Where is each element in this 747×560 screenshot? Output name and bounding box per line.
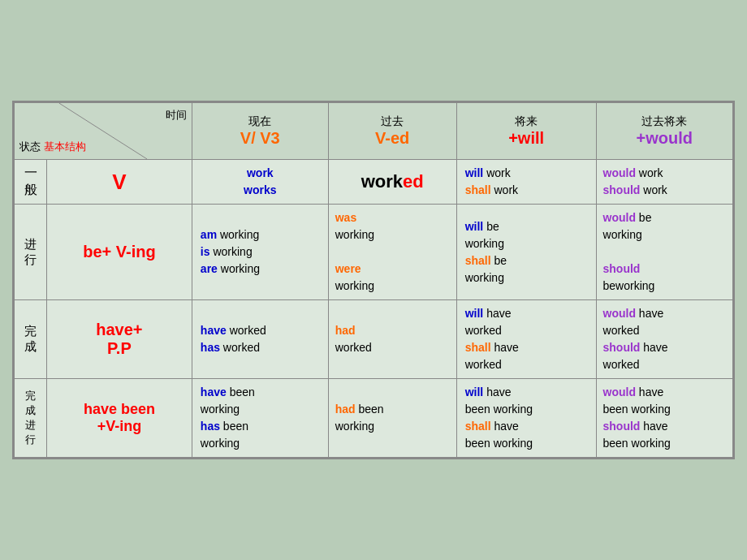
- future-wancheng-will: will: [465, 307, 484, 320]
- future-label: 将来: [464, 114, 589, 129]
- past-jinxing-was: was: [335, 211, 356, 224]
- future-wanjinxing-will: will: [465, 386, 484, 398]
- future-wanjinxing: will have been working shall have been w…: [456, 379, 596, 458]
- pastfuture-wanjinxing-should: should: [603, 420, 641, 433]
- state-wancheng: 完成: [15, 300, 47, 379]
- past-jinxing-working2: working: [335, 279, 374, 292]
- past-wancheng: had worked: [328, 300, 456, 379]
- future-wancheng: will have worked shall have worked: [456, 300, 596, 379]
- future-wanjinxing-shall: shall: [465, 420, 491, 433]
- pastfuture-wancheng-would: would: [603, 307, 636, 320]
- state-label: 状态 基本结构: [19, 140, 86, 154]
- present-wanjinxing-have: have: [201, 386, 227, 398]
- past-yiban-worked: worked: [361, 171, 424, 192]
- past-future-header: 过去将来 +would: [596, 103, 732, 160]
- structure-wanjinxing: have been+V-ing: [47, 379, 192, 458]
- future-yiban-work1: work: [486, 166, 511, 179]
- past-jinxing-working1: working: [335, 228, 374, 241]
- future-yiban-shall: shall: [465, 183, 491, 196]
- pastfuture-yiban-would: would: [603, 166, 636, 179]
- present-yiban: work works: [192, 160, 328, 205]
- pastfuture-yiban: would work should work: [596, 160, 732, 205]
- present-wanjinxing-has: has: [201, 420, 220, 433]
- present-wanjinxing: have been working has been working: [192, 379, 328, 458]
- future-yiban-will: will: [465, 166, 484, 179]
- present-jinxing: am working is working are working: [192, 205, 328, 300]
- future-jinxing-will: will: [465, 220, 484, 233]
- structure-have-label: have+P.P: [54, 321, 185, 358]
- future-formula: +will: [464, 129, 589, 148]
- state-yiban: 一般: [15, 160, 47, 205]
- structure-yiban: V: [47, 160, 192, 205]
- structure-be-label: be+ V-ing: [54, 243, 185, 261]
- structure-havebeen-label: have been+V-ing: [54, 401, 185, 435]
- present-wancheng: have worked has worked: [192, 300, 328, 379]
- grammar-table-wrapper: 时间 状态 基本结构 现在 V/ V3 过去 V-ed 将来 +will 过去将…: [12, 101, 735, 459]
- past-formula: V-ed: [335, 129, 450, 148]
- present-jinxing-are: are: [201, 262, 218, 275]
- past-jinxing-were: were: [335, 262, 361, 275]
- structure-wancheng: have+P.P: [47, 300, 192, 379]
- past-wanjinxing: had been working: [328, 379, 456, 458]
- future-wancheng-shall: shall: [465, 341, 491, 354]
- present-yiban-works: works: [244, 183, 276, 196]
- pastfuture-wanjinxing: would have been working should have been…: [596, 379, 732, 458]
- pastfuture-yiban-work2: work: [643, 183, 667, 196]
- present-wancheng-have: have: [201, 324, 227, 337]
- pastfuture-jinxing-should: should: [603, 262, 641, 275]
- pastfuture-jinxing: would be working should beworking: [596, 205, 732, 300]
- past-header: 过去 V-ed: [328, 103, 456, 160]
- present-header: 现在 V/ V3: [192, 103, 328, 160]
- diagonal-header-cell: 时间 状态 基本结构: [15, 103, 192, 160]
- present-yiban-work: work: [247, 166, 274, 179]
- pastfuture-wancheng-should: should: [603, 341, 641, 354]
- present-label: 现在: [199, 114, 322, 129]
- structure-v-label: V: [54, 170, 185, 195]
- time-label: 时间: [166, 108, 187, 123]
- past-wanjinxing-had: had: [335, 403, 356, 416]
- present-jinxing-am: am: [201, 228, 217, 241]
- state-jinxing: 进行: [15, 205, 47, 300]
- past-wancheng-had: had: [335, 324, 356, 337]
- past-label: 过去: [335, 114, 450, 129]
- future-jinxing-shall: shall: [465, 254, 491, 267]
- present-formula: V/ V3: [199, 129, 322, 148]
- present-wancheng-has: has: [201, 341, 220, 354]
- future-jinxing: will be working shall be working: [456, 205, 596, 300]
- present-jinxing-is: is: [201, 245, 210, 258]
- past-yiban: worked: [328, 160, 456, 205]
- pastfuture-yiban-should: should: [603, 183, 641, 196]
- future-yiban: will work shall work: [456, 160, 596, 205]
- structure-jinxing: be+ V-ing: [47, 205, 192, 300]
- past-jinxing: was working were working: [328, 205, 456, 300]
- past-future-label: 过去将来: [603, 114, 726, 129]
- pastfuture-wancheng: would have worked should have worked: [596, 300, 732, 379]
- state-wanjinxing: 完成进行: [15, 379, 47, 458]
- future-yiban-work2: work: [494, 183, 519, 196]
- pastfuture-wanjinxing-would: would: [603, 386, 636, 398]
- future-header: 将来 +will: [456, 103, 596, 160]
- pastfuture-jinxing-would: would: [603, 211, 636, 224]
- pastfuture-yiban-work1: work: [639, 166, 663, 179]
- past-future-formula: +would: [603, 129, 726, 148]
